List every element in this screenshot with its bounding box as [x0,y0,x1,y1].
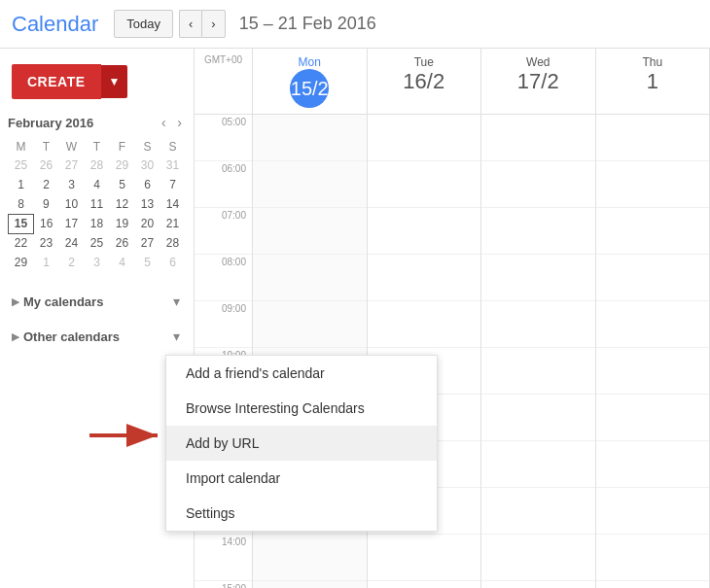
arrow-svg [88,420,165,451]
dropdown-menu-item[interactable]: Add a friend's calendar [166,356,437,391]
dropdown-menu-item[interactable]: Settings [166,496,437,531]
dropdown-menu-item[interactable]: Add by URL [166,426,437,461]
arrow-indicator [88,420,165,454]
dropdown-menu-item[interactable]: Import calendar [166,461,437,496]
dropdown-menu-item[interactable]: Browse Interesting Calendars [166,391,437,426]
dropdown-overlay: Add a friend's calendarBrowse Interestin… [0,0,710,588]
other-calendars-dropdown-menu: Add a friend's calendarBrowse Interestin… [165,355,438,532]
